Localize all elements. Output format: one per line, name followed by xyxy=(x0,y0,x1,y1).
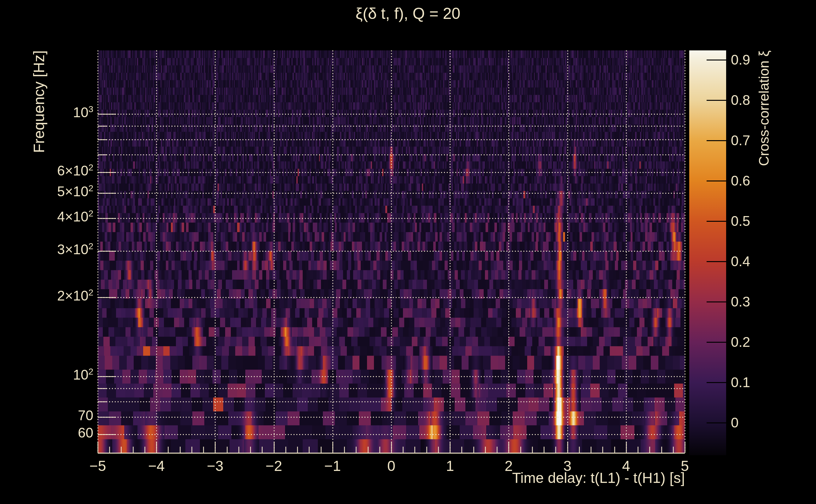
x-tick-label: −1 xyxy=(325,457,341,474)
y-tick-label: 103 xyxy=(21,105,93,120)
colorbar-tick-mark xyxy=(707,60,726,60)
colorbar-tick-label: 0.4 xyxy=(731,254,750,269)
colorbar-tick-label: 0.8 xyxy=(731,92,750,108)
x-tick-label: −4 xyxy=(148,457,164,474)
colorbar-title: Cross-correlation ξ xyxy=(756,50,772,455)
colorbar-tick-mark xyxy=(707,221,726,222)
x-tick-label: −2 xyxy=(266,457,282,474)
x-tick-label: 3 xyxy=(563,457,572,474)
y-tick-label: 102 xyxy=(21,367,93,383)
colorbar-tick-mark xyxy=(707,422,726,423)
x-tick-label: −3 xyxy=(207,457,223,474)
colorbar-tick-mark xyxy=(707,382,726,383)
x-tick-label: 2 xyxy=(505,457,513,474)
x-tick-label: 0 xyxy=(387,457,395,474)
colorbar-tick-label: 0 xyxy=(731,415,738,431)
colorbar-tick-label: 0.6 xyxy=(731,173,750,189)
colorbar-tick-mark xyxy=(707,180,726,181)
colorbar-tick-label: 0.1 xyxy=(731,375,750,390)
x-axis-title: Time delay: t(L1) - t(H1) [s] xyxy=(512,469,685,486)
colorbar-tick-label: 0.2 xyxy=(731,334,750,350)
x-tick-label: −5 xyxy=(89,457,106,474)
colorbar-tick-mark xyxy=(707,140,726,141)
colorbar-tick-label: 0.5 xyxy=(731,213,750,229)
colorbar-tick-label: 0.3 xyxy=(731,294,750,310)
y-tick-label: 60 xyxy=(21,425,93,441)
page-title: ξ(δ t, f), Q = 20 xyxy=(0,4,816,23)
y-tick-label: 6×102 xyxy=(21,163,93,179)
y-tick-label: 2×102 xyxy=(21,288,93,304)
spectrogram-figure: { "title": "ξ(δ t, f), Q = 20", "colors"… xyxy=(0,0,816,504)
y-tick-label: 5×102 xyxy=(21,184,93,199)
colorbar-tick-label: 0.9 xyxy=(731,52,750,68)
colorbar-tick-label: 0.7 xyxy=(731,133,750,148)
colorbar-tick-mark xyxy=(707,100,726,101)
x-tick-label: 4 xyxy=(622,457,630,474)
y-tick-label: 4×102 xyxy=(21,209,93,225)
colorbar xyxy=(689,50,726,455)
colorbar-tick-mark xyxy=(707,342,726,343)
colorbar-tick-mark xyxy=(707,301,726,302)
colorbar-tick-mark xyxy=(707,261,726,262)
x-tick-label: 5 xyxy=(681,457,689,474)
y-tick-label: 3×102 xyxy=(21,242,93,257)
x-tick-label: 1 xyxy=(446,457,454,474)
y-tick-label: 70 xyxy=(21,408,93,423)
